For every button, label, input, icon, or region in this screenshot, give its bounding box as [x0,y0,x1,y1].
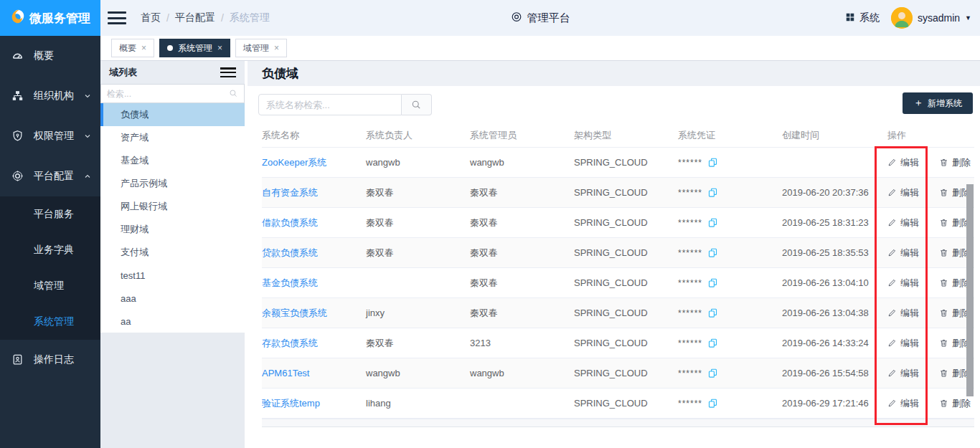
tab[interactable]: 系统管理 × [159,39,230,57]
sidebar-item-shield[interactable]: 权限管理 [0,116,100,156]
delete-button[interactable]: 删除 [939,156,971,169]
edit-button[interactable]: 编辑 [887,337,919,350]
sidebar-item-org[interactable]: 组织机构 [0,76,100,116]
add-system-button[interactable]: ＋ 新增系统 [903,92,973,114]
copy-icon[interactable] [707,308,718,318]
copy-icon[interactable] [707,368,718,378]
breadcrumb-home[interactable]: 首页 [141,11,161,24]
system-name-link[interactable]: 余额宝负债系统 [262,308,327,318]
domain-list-item[interactable]: aaa [100,287,245,310]
system-menu-button[interactable]: 系统 [845,11,880,24]
copy-icon[interactable] [707,338,718,348]
tab[interactable]: 域管理 × [235,39,287,57]
system-owner-cell: 秦双春 [366,186,470,199]
sidebar-subitem[interactable]: 平台服务 [0,196,100,232]
breadcrumb-platform-config[interactable]: 平台配置 [175,11,215,24]
row-actions: 编辑 删除 [887,216,974,229]
sidebar-subitem[interactable]: 域管理 [0,268,100,304]
row-actions: 编辑 删除 [887,367,974,380]
search-icon [229,89,238,98]
system-search-input[interactable] [258,94,402,115]
domain-list-item[interactable]: 负债域 [100,103,245,126]
edit-button[interactable]: 编辑 [887,216,919,229]
app-window: 微服务管理 首页 / 平台配置 / 系统管理 管理平台 系统 [0,0,980,448]
edit-button[interactable]: 编辑 [887,156,919,169]
arch-type-cell: SPRING_CLOUD [574,217,678,228]
domain-list-item[interactable]: 网上银行域 [100,195,245,218]
panel-collapse-icon[interactable] [220,67,236,77]
vertical-scrollbar-thumb[interactable] [966,184,974,396]
system-name-link[interactable]: 存款负债系统 [262,338,318,348]
system-name-link[interactable]: 验证系统temp [262,398,320,409]
credential-cell: ****** [678,277,782,288]
column-header: 创建时间 [782,129,887,142]
copy-icon[interactable] [707,187,718,198]
table-row: 验证系统temp lihang SPRING_CLOUD ****** 2019… [262,389,974,419]
edit-button[interactable]: 编辑 [887,367,919,380]
delete-button[interactable]: 删除 [939,397,971,410]
log-icon [11,353,24,366]
tab-close-icon[interactable]: × [274,43,279,53]
system-admin-cell: 秦双春 [470,307,574,320]
top-header: 微服务管理 首页 / 平台配置 / 系统管理 管理平台 系统 [0,0,980,36]
system-admin-cell: wangwb [470,368,574,378]
menu-collapse-icon[interactable] [108,11,126,24]
table-row: 贷款负债系统 秦双春 秦双春 SPRING_CLOUD ****** 2019-… [262,238,974,268]
sidebar-item-gear[interactable]: 平台配置 [0,156,100,196]
copy-icon[interactable] [707,157,718,168]
sidebar-subitem[interactable]: 业务字典 [0,232,100,268]
domain-list-item[interactable]: 理财域 [100,218,245,241]
column-header: 系统管理员 [470,129,574,142]
domain-list-item[interactable]: 基金域 [100,149,245,172]
logo-text: 微服务管理 [29,10,90,27]
domain-list-item[interactable]: test11 [100,264,245,287]
domain-list-item[interactable]: 资产域 [100,126,245,149]
tab-close-icon[interactable]: × [141,43,146,53]
gear-icon [11,170,24,183]
breadcrumb-current: 系统管理 [230,11,270,24]
copy-icon[interactable] [707,247,718,258]
system-owner-cell: wangwb [366,157,470,168]
system-name-link[interactable]: 贷款负债系统 [262,247,318,258]
add-system-label: 新增系统 [928,97,962,110]
sidebar-subitem[interactable]: 系统管理 [0,304,100,340]
row-actions: 编辑 删除 [887,337,974,350]
arch-type-cell: SPRING_CLOUD [574,368,678,378]
sidebar-item-dashboard[interactable]: 概要 [0,36,100,76]
org-icon [11,90,24,103]
edit-button[interactable]: 编辑 [887,186,919,199]
credential-mask: ****** [678,158,702,168]
breadcrumb: 首页 / 平台配置 / 系统管理 [141,11,270,24]
credential-cell: ****** [678,217,782,228]
edit-button[interactable]: 编辑 [887,247,919,259]
domain-list-panel: 域列表 负债域资产域基金域产品示例域网上银行域理财域支付域test11aaaaa [100,61,245,448]
system-name-link[interactable]: 自有资金系统 [262,187,318,198]
search-button[interactable] [402,94,432,115]
logo-swirl-icon [10,9,26,28]
system-name-link[interactable]: 借款负债系统 [262,217,318,228]
chevron-up-icon [83,172,92,181]
edit-button[interactable]: 编辑 [887,397,919,410]
copy-icon[interactable] [707,398,718,409]
copy-icon[interactable] [707,217,718,228]
tab-close-icon[interactable]: × [217,43,222,53]
domain-list-item[interactable]: 支付域 [100,241,245,264]
edit-button[interactable]: 编辑 [887,307,919,320]
created-time-cell: 2019-06-25 18:31:23 [782,217,887,228]
tab[interactable]: 概要 × [111,39,154,57]
edit-button[interactable]: 编辑 [887,277,919,290]
system-name-link[interactable]: APM61Test [262,368,309,378]
copy-icon[interactable] [707,277,718,288]
system-name-link[interactable]: ZooKeeper系统 [262,157,326,168]
system-menu-label: 系统 [859,11,880,24]
avatar [891,7,913,29]
systems-table: 系统名称系统负责人系统管理员架构类型系统凭证创建时间操作 ZooKeeper系统… [262,124,974,427]
sidebar-item-log[interactable]: 操作日志 [0,340,100,380]
system-name-link[interactable]: 基金负债系统 [262,277,318,288]
user-menu-button[interactable]: sysadmin ▼ [891,7,971,29]
row-actions: 编辑 删除 [887,156,974,169]
domain-search-input[interactable] [107,89,229,99]
credential-cell: ****** [678,368,782,378]
domain-list-item[interactable]: aa [100,310,245,333]
domain-list-item[interactable]: 产品示例域 [100,172,245,195]
